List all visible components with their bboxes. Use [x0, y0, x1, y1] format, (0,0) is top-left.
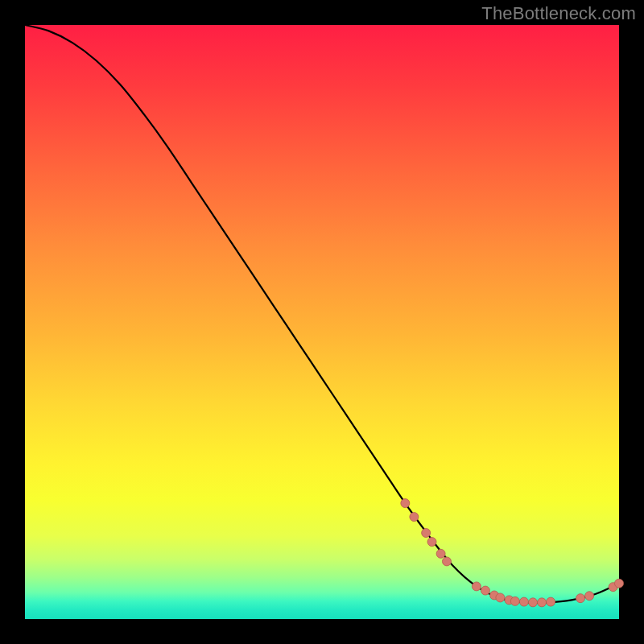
curve-marker: [576, 594, 585, 603]
curve-svg: [25, 25, 619, 619]
curve-marker: [481, 586, 489, 595]
curve-markers: [401, 499, 624, 607]
curve-marker: [528, 598, 537, 607]
curve-marker: [510, 597, 519, 605]
curve-marker: [427, 538, 436, 547]
bottleneck-curve: [25, 25, 619, 603]
curve-marker: [547, 597, 555, 606]
curve-marker: [401, 499, 410, 508]
curve-marker: [472, 582, 481, 591]
curve-marker: [442, 557, 451, 566]
curve-marker: [410, 513, 419, 522]
curve-marker: [585, 592, 594, 601]
curve-marker: [538, 598, 547, 607]
curve-marker: [496, 593, 505, 602]
plot-area: [25, 25, 619, 619]
chart-frame: TheBottleneck.com: [0, 0, 644, 644]
curve-marker: [615, 579, 624, 588]
watermark-text: TheBottleneck.com: [481, 3, 636, 24]
curve-marker: [422, 528, 431, 537]
curve-marker: [519, 597, 528, 606]
curve-marker: [436, 549, 445, 558]
